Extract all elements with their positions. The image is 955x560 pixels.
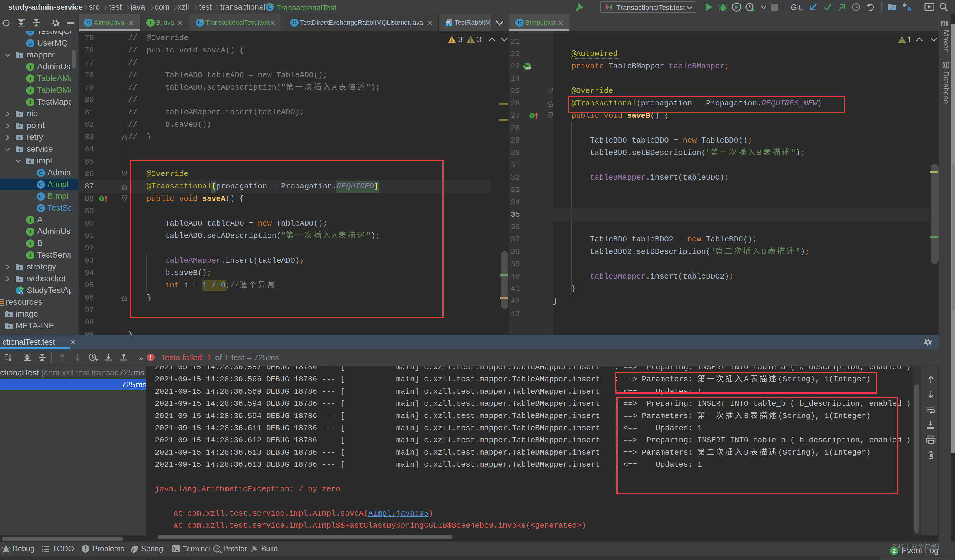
- svg-text:C: C: [86, 20, 90, 26]
- svg-text:C: C: [518, 20, 521, 26]
- svg-text:C: C: [28, 31, 32, 34]
- svg-text:2: 2: [892, 548, 896, 554]
- svg-text:C: C: [39, 194, 43, 199]
- svg-text:C: C: [39, 182, 43, 188]
- svg-text:I: I: [30, 229, 31, 235]
- svg-text:C: C: [28, 41, 32, 46]
- svg-text:I: I: [30, 64, 31, 70]
- svg-text:C: C: [293, 20, 296, 26]
- svg-text:J: J: [447, 23, 449, 27]
- svg-text:I: I: [30, 217, 31, 223]
- svg-text:I: I: [30, 100, 31, 105]
- svg-text:C: C: [39, 205, 43, 211]
- svg-text:I: I: [30, 241, 31, 246]
- svg-text:I: I: [30, 253, 31, 258]
- svg-text:I: I: [150, 20, 151, 26]
- svg-text:C: C: [39, 170, 43, 176]
- svg-text:A: A: [907, 5, 912, 12]
- svg-text:I: I: [30, 88, 31, 93]
- svg-text:I: I: [30, 76, 31, 81]
